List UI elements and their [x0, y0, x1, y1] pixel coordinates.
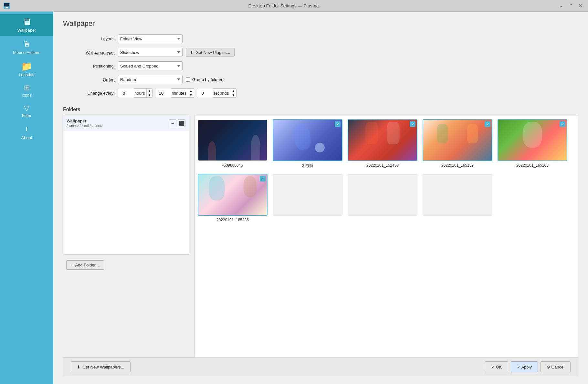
- folders-spacer: [63, 131, 189, 254]
- get-plugins-button[interactable]: ⬇ Get New Plugins...: [186, 48, 235, 57]
- wallpaper-label-4: 20220101_165159: [441, 163, 474, 168]
- wallpaper-item-4[interactable]: ✓ 20220101_165159: [423, 119, 492, 169]
- folder-icon: 📁: [21, 62, 32, 71]
- bottom-left: ⬇ Get New Wallpapers...: [71, 361, 482, 372]
- minimize-button[interactable]: ⌄: [557, 2, 565, 9]
- wallpaper-thumb-wrap-4: ✓: [423, 119, 492, 161]
- wallpaper-item-6[interactable]: ✓ 20220101_165236: [198, 174, 268, 222]
- cancel-button[interactable]: ⊗ Cancel: [541, 361, 571, 372]
- wallpaper-thumb-2: [273, 120, 342, 161]
- content-area: Wallpaper Layout: Folder View Desktop: [53, 12, 588, 384]
- seconds-spinbox[interactable]: [197, 88, 213, 98]
- spinbox-group: hours ▲ ▼ minutes ▲ ▼: [118, 88, 236, 98]
- folders-and-grid: Wallpaper /home/dean/Pictures − ⬛ + Add …: [63, 116, 578, 357]
- group-by-folders-checkbox[interactable]: [186, 77, 190, 82]
- mouse-icon: 🖱: [22, 40, 31, 49]
- folders-panel: Wallpaper /home/dean/Pictures − ⬛: [63, 116, 189, 254]
- wallpaper-thumb-wrap-5: ✓: [498, 119, 567, 161]
- svg-rect-1: [4, 3, 9, 6]
- sidebar-item-location[interactable]: 📁 Location: [0, 59, 53, 80]
- hours-unit: hours: [134, 91, 146, 96]
- folder-item[interactable]: Wallpaper /home/dean/Pictures − ⬛: [63, 116, 189, 131]
- folders-heading: Folders: [63, 107, 578, 112]
- wallpaper-thumb-5: [498, 120, 567, 161]
- sidebar-label-icons: Icons: [22, 93, 32, 98]
- order-select[interactable]: Random Alphabetical Date: [118, 75, 183, 84]
- wallpaper-item-8-partial[interactable]: [348, 174, 417, 216]
- wallpaper-check-2: ✓: [335, 121, 341, 127]
- sidebar-item-mouse-actions[interactable]: 🖱 Mouse Actions: [0, 36, 53, 58]
- remove-folder-button[interactable]: −: [169, 119, 176, 127]
- minutes-down-button[interactable]: ▼: [188, 93, 194, 97]
- folder-actions: − ⬛: [169, 119, 185, 127]
- wallpaper-thumb-wrap-6: ✓: [198, 174, 268, 216]
- minutes-up-button[interactable]: ▲: [188, 89, 194, 93]
- sidebar-item-icons[interactable]: ⊞ Icons: [0, 81, 53, 101]
- wallpaper-label-5: 20220101_165208: [516, 163, 549, 168]
- wallpaper-label-2: 2-电脑: [302, 163, 313, 169]
- seconds-unit: seconds: [213, 91, 230, 96]
- sidebar-label-wallpaper: Wallpaper: [17, 28, 36, 33]
- minutes-spinbox[interactable]: [155, 88, 172, 98]
- wallpaper-item-1[interactable]: -609880046: [198, 119, 268, 169]
- seconds-down-button[interactable]: ▼: [230, 93, 236, 97]
- sidebar-item-filter[interactable]: ▽ Filter: [0, 101, 53, 121]
- folder-path: /home/dean/Pictures: [67, 123, 102, 128]
- folder-name: Wallpaper: [67, 119, 102, 123]
- positioning-select[interactable]: Scaled and Cropped Scaled Centered Tiled: [118, 61, 183, 70]
- wallpaper-type-row: Wallpaper type: Slideshow Image Plain Co…: [63, 48, 578, 57]
- wallpaper-item-2[interactable]: ✓ 2-电脑: [273, 119, 342, 169]
- wallpaper-thumb-wrap-1: [198, 119, 268, 161]
- add-folder-button[interactable]: + Add Folder...: [66, 260, 104, 270]
- wallpaper-type-select[interactable]: Slideshow Image Plain Color: [118, 48, 183, 57]
- wallpaper-check-3: ✓: [410, 121, 415, 127]
- get-new-wallpapers-button[interactable]: ⬇ Get New Wallpapers...: [71, 361, 131, 372]
- change-every-label: Change every:: [63, 91, 115, 96]
- wallpaper-check-6: ✓: [260, 176, 266, 182]
- sidebar-label-filter: Filter: [22, 113, 31, 118]
- wallpaper-thumb-3: [348, 120, 417, 161]
- bottom-bar: ⬇ Get New Wallpapers... ✓ OK ✓ Apply ⊗ C…: [63, 357, 578, 376]
- window: Desktop Folder Settings — Plasma ⌄ ⌃ ✕ 🖥…: [0, 0, 588, 384]
- wallpaper-thumb-4: [423, 120, 492, 161]
- layout-row: Layout: Folder View Desktop: [63, 34, 578, 43]
- hours-down-button[interactable]: ▼: [147, 93, 152, 97]
- sidebar-item-about[interactable]: i About: [0, 122, 53, 143]
- wallpaper-thumb-wrap-3: ✓: [348, 119, 417, 161]
- close-button[interactable]: ✕: [577, 2, 585, 9]
- wallpaper-check-4: ✓: [485, 121, 490, 127]
- layout-select[interactable]: Folder View Desktop: [118, 34, 183, 43]
- filter-icon: ▽: [24, 105, 29, 112]
- about-icon: i: [22, 125, 31, 134]
- download-wallpapers-icon: ⬇: [77, 365, 80, 369]
- maximize-button[interactable]: ⌃: [567, 2, 575, 9]
- ok-button[interactable]: ✓ OK: [485, 361, 508, 372]
- folder-options-button[interactable]: ⬛: [178, 119, 185, 127]
- wallpaper-check-5: ✓: [560, 121, 565, 127]
- apply-button[interactable]: ✓ Apply: [511, 361, 538, 372]
- hours-up-button[interactable]: ▲: [147, 89, 152, 93]
- wallpaper-type-label: Wallpaper type:: [63, 50, 115, 55]
- sidebar-item-wallpaper[interactable]: 🖥 Wallpaper: [0, 14, 53, 36]
- wallpaper-item-3[interactable]: ✓ 20220101_152450: [348, 119, 417, 169]
- svg-rect-2: [5, 7, 8, 8]
- svg-rect-3: [5, 8, 9, 8]
- window-controls: ⌄ ⌃ ✕: [557, 2, 585, 9]
- wallpaper-item-5[interactable]: ✓ 20220101_165208: [498, 119, 567, 169]
- main-content: 🖥 Wallpaper 🖱 Mouse Actions 📁 Location ⊞…: [0, 12, 588, 384]
- change-every-row: Change every: hours ▲ ▼: [63, 88, 578, 98]
- order-label: Order:: [63, 77, 115, 82]
- hours-spinbox[interactable]: [118, 88, 134, 98]
- wallpaper-thumb-wrap-2: ✓: [273, 119, 342, 161]
- seconds-up-button[interactable]: ▲: [230, 89, 236, 93]
- layout-label: Layout:: [63, 36, 115, 41]
- wallpaper-thumb-6: [198, 174, 267, 215]
- wallpaper-label-6: 20220101_165236: [216, 218, 249, 222]
- order-row: Order: Random Alphabetical Date Group by…: [63, 75, 578, 84]
- wallpaper-item-7-partial[interactable]: [273, 174, 342, 216]
- titlebar: Desktop Folder Settings — Plasma ⌄ ⌃ ✕: [0, 0, 588, 12]
- wallpaper-item-9-partial[interactable]: [423, 174, 492, 216]
- wallpaper-label-3: 20220101_152450: [366, 163, 399, 168]
- app-icon: [3, 2, 10, 9]
- wallpaper-label-1: -609880046: [222, 163, 243, 168]
